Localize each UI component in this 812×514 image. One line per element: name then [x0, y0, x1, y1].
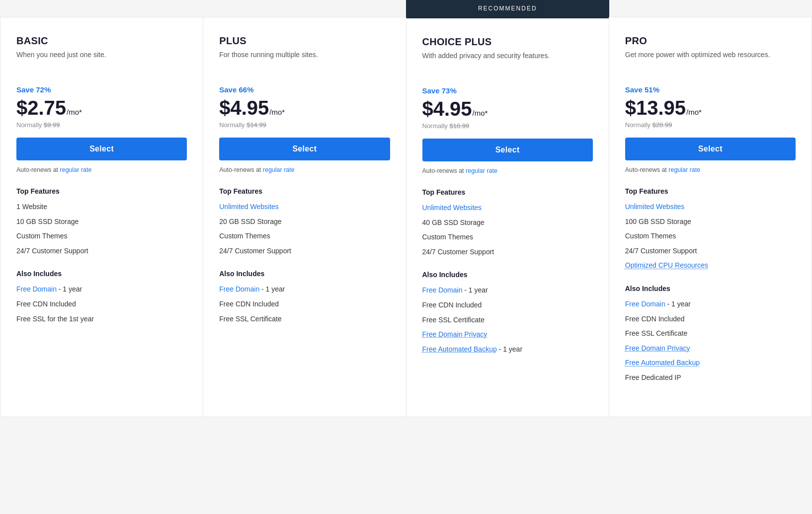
feature-item: Unlimited Websites [219, 202, 390, 212]
auto-renew-text: Auto-renews at regular rate [219, 166, 390, 173]
price-main: $4.95 [219, 97, 269, 119]
feature-item: 100 GB SSD Storage [625, 217, 796, 227]
feature-item: Optimized CPU Resources [625, 261, 796, 271]
regular-rate-link[interactable]: regular rate [60, 166, 92, 173]
pricing-wrapper: RECOMMENDED BASIC When you need just one… [0, 0, 812, 417]
top-features-title: Top Features [16, 187, 187, 195]
top-features-title: Top Features [219, 187, 390, 195]
feature-item: 10 GB SSD Storage [16, 217, 187, 227]
include-link[interactable]: Free Domain [422, 286, 463, 294]
plan-name: BASIC [16, 35, 187, 47]
auto-renew-text: Auto-renews at regular rate [16, 166, 187, 173]
select-button[interactable]: Select [16, 138, 187, 160]
also-includes-title: Also Includes [219, 270, 390, 278]
top-features-list: Unlimited Websites40 GB SSD StorageCusto… [422, 203, 593, 257]
include-item: Free Automated Backup [625, 358, 796, 368]
top-features-list: Unlimited Websites20 GB SSD StorageCusto… [219, 202, 390, 256]
include-item: Free Domain - 1 year [422, 286, 593, 295]
include-item: Free SSL Certificate [625, 329, 796, 339]
include-item: Free Dedicated IP [625, 373, 796, 383]
include-item: Free Domain - 1 year [625, 299, 796, 309]
feature-item: Custom Themes [625, 231, 796, 241]
plan-desc: Get more power with optimized web resour… [625, 50, 796, 73]
plans-container: BASIC When you need just one site. Save … [0, 17, 812, 417]
include-link[interactable]: Free Automated Backup [422, 345, 497, 353]
feature-item: 1 Website [16, 202, 187, 212]
top-features-title: Top Features [625, 187, 796, 195]
include-link[interactable]: Free Domain [16, 285, 57, 293]
feature-item: Custom Themes [422, 232, 593, 242]
plan-name: PLUS [219, 35, 390, 47]
include-link[interactable]: Free Domain Privacy [422, 330, 487, 338]
feature-item: 20 GB SSD Storage [219, 217, 390, 227]
regular-rate-link[interactable]: regular rate [263, 166, 295, 173]
price-row: $2.75/mo* [16, 97, 187, 119]
feature-item: Custom Themes [219, 231, 390, 241]
top-features-list: 1 Website10 GB SSD StorageCustom Themes2… [16, 202, 187, 256]
also-includes-list: Free Domain - 1 yearFree CDN IncludedFre… [219, 285, 390, 324]
price-suffix: /mo* [67, 108, 82, 116]
include-item: Free CDN Included [219, 299, 390, 309]
also-includes-list: Free Domain - 1 yearFree CDN IncludedFre… [625, 299, 796, 383]
feature-item: 24/7 Customer Support [219, 246, 390, 256]
feature-link[interactable]: Unlimited Websites [422, 204, 482, 212]
plan-card-choice-plus: CHOICE PLUS With added privacy and secur… [406, 17, 609, 417]
save-badge: Save 66% [219, 85, 390, 94]
save-badge: Save 73% [422, 86, 593, 95]
recommended-banner: RECOMMENDED [406, 0, 609, 17]
top-features-list: Unlimited Websites100 GB SSD StorageCust… [625, 202, 796, 271]
also-includes-title: Also Includes [16, 270, 187, 278]
normal-price: Normally $9.99 [16, 121, 187, 129]
select-button[interactable]: Select [422, 139, 593, 161]
regular-rate-link[interactable]: regular rate [466, 167, 497, 174]
price-suffix: /mo* [686, 108, 702, 116]
plan-desc: For those running multiple sites. [219, 50, 390, 73]
feature-item: Custom Themes [16, 231, 187, 241]
price-suffix: /mo* [269, 108, 285, 116]
price-main: $2.75 [16, 97, 66, 119]
also-includes-list: Free Domain - 1 yearFree CDN IncludedFre… [16, 285, 187, 324]
select-button[interactable]: Select [625, 138, 796, 160]
plan-desc: When you need just one site. [16, 50, 187, 73]
plan-name: CHOICE PLUS [422, 36, 593, 48]
include-item: Free CDN Included [422, 300, 593, 310]
price-main: $4.95 [422, 98, 472, 120]
include-item: Free CDN Included [625, 314, 796, 324]
plan-desc: With added privacy and security features… [422, 51, 593, 74]
include-link[interactable]: Free Domain [219, 285, 259, 293]
include-link[interactable]: Free Automated Backup [625, 359, 700, 367]
auto-renew-text: Auto-renews at regular rate [625, 166, 796, 173]
plan-name: PRO [625, 35, 796, 47]
price-row: $4.95/mo* [422, 98, 593, 120]
include-link[interactable]: Free Domain Privacy [625, 344, 690, 352]
banner-row: RECOMMENDED [0, 0, 812, 17]
feature-item: 24/7 Customer Support [16, 246, 187, 256]
top-features-title: Top Features [422, 188, 593, 196]
include-item: Free Automated Backup - 1 year [422, 345, 593, 355]
price-row: $4.95/mo* [219, 97, 390, 119]
include-item: Free Domain Privacy [625, 344, 796, 354]
include-item: Free SSL for the 1st year [16, 314, 187, 324]
feature-item: Unlimited Websites [422, 203, 593, 213]
feature-link[interactable]: Unlimited Websites [625, 203, 685, 211]
also-includes-title: Also Includes [625, 285, 796, 293]
price-main: $13.95 [625, 97, 686, 119]
include-item: Free Domain Privacy [422, 330, 593, 340]
also-includes-title: Also Includes [422, 271, 593, 279]
feature-item: 40 GB SSD Storage [422, 218, 593, 228]
save-badge: Save 51% [625, 85, 796, 94]
include-link[interactable]: Free Domain [625, 300, 665, 308]
price-row: $13.95/mo* [625, 97, 796, 119]
feature-link[interactable]: Unlimited Websites [219, 203, 279, 211]
feature-item: 24/7 Customer Support [422, 247, 593, 257]
regular-rate-link[interactable]: regular rate [668, 166, 700, 173]
price-suffix: /mo* [473, 109, 488, 117]
include-item: Free SSL Certificate [219, 314, 390, 324]
include-item: Free Domain - 1 year [219, 285, 390, 294]
banner-spacer-left [0, 0, 406, 17]
select-button[interactable]: Select [219, 138, 390, 160]
include-item: Free Domain - 1 year [16, 285, 187, 294]
feature-item: Unlimited Websites [625, 202, 796, 212]
normal-price: Normally $18.99 [422, 122, 593, 130]
feature-link[interactable]: Optimized CPU Resources [625, 261, 708, 269]
